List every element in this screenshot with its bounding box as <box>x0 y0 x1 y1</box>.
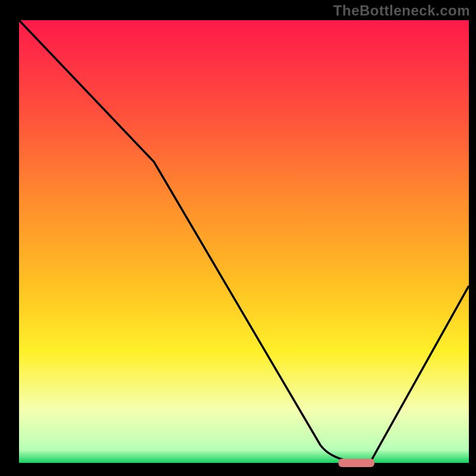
watermark-text: TheBottleneck.com <box>333 2 470 19</box>
chart-plot-area <box>0 0 476 476</box>
bottleneck-chart: TheBottleneck.com <box>0 0 476 476</box>
plot-background <box>19 20 469 463</box>
optimal-marker <box>339 459 374 467</box>
